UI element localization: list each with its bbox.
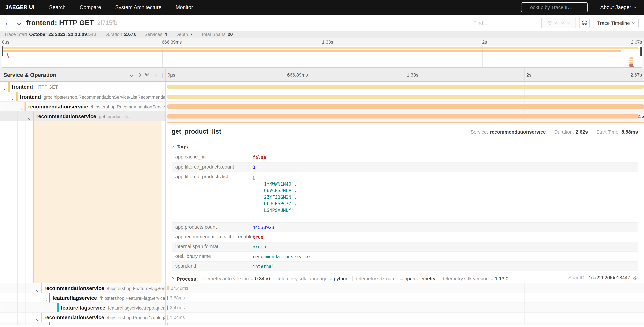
focus-target-icon[interactable] <box>547 20 552 25</box>
column-resizer[interactable] <box>162 73 164 78</box>
span-row-get-product-list[interactable]: recommendationserviceget_product_list 2.… <box>0 111 644 121</box>
chevron-right-icon <box>171 277 174 280</box>
trace-header-actions: × ⌘ Trace Timeline <box>470 18 640 28</box>
span-collapse-toggle[interactable] <box>12 95 14 102</box>
span-collapse-toggle[interactable] <box>4 85 6 91</box>
minimap-ticks: 0μs 666.89ms 1.33s 2s 2.67s <box>0 38 644 46</box>
chevron-down-icon <box>171 145 174 148</box>
trace-header: ← frontend: HTTP GET 2f715fb × ⌘ Trace T… <box>0 15 644 31</box>
trace-summary-bar: Trace Start October 22 2022, 22:10:09.54… <box>0 31 644 38</box>
jaeger-trace-page: JAEGER UI Search Compare System Architec… <box>0 0 644 327</box>
span-detail-panel: get_product_list Service:recommendations… <box>166 121 644 283</box>
trace-title: frontend: HTTP GET <box>26 19 94 27</box>
chevron-down-icon <box>634 6 636 8</box>
span-collapse-toggle[interactable] <box>28 115 31 121</box>
trace-id-lookup-input[interactable] <box>527 4 591 10</box>
link-icon[interactable] <box>633 275 638 280</box>
span-row-recommendation-productcatalog[interactable]: recommendationservice/hipstershop.Produc… <box>0 312 644 322</box>
trace-collapse-toggle[interactable] <box>18 20 21 26</box>
trace-total-spans: Total Spans 20 <box>201 32 233 37</box>
tag-row: app.products.count 44530923 <box>172 222 638 232</box>
minimap-span-teal <box>7 53 8 56</box>
tag-row: internal.span.format proto <box>172 242 638 251</box>
process-section-toggle[interactable]: Process: telemetry.auto.version=0.34b0 t… <box>172 276 638 282</box>
trace-depth: Depth 7 <box>176 32 192 37</box>
tag-row: span.kind internal <box>172 261 638 271</box>
trace-duration: Duration 2.67s <box>104 32 136 37</box>
tag-row: app.filtered_products.count 8 <box>172 162 638 172</box>
detail-span-bar <box>167 122 644 123</box>
expand-one-icon[interactable] <box>138 73 141 77</box>
nav-item-search[interactable]: Search <box>49 4 66 10</box>
tag-row: otel.library.name recommendationservice <box>172 251 638 261</box>
span-bar[interactable] <box>167 104 644 109</box>
find-clear-icon[interactable]: × <box>567 20 570 25</box>
about-jaeger-menu[interactable]: About Jaeger <box>600 4 636 10</box>
nav-item-monitor[interactable]: Monitor <box>176 4 193 10</box>
detail-span-title: get_product_list <box>172 128 221 135</box>
collapse-all-icon[interactable] <box>146 74 148 76</box>
nav-item-compare[interactable]: Compare <box>80 4 101 10</box>
timeline-ticks-header: 0μs 666.89ms 1.33s 2s 2.67s <box>166 68 644 81</box>
trace-minimap[interactable]: 0μs 666.89ms 1.33s 2s 2.67s <box>0 38 644 68</box>
top-nav: JAEGER UI Search Compare System Architec… <box>0 0 644 15</box>
span-row-featureflag-grpc[interactable]: featureflagservice/hipstershop.FeatureFl… <box>0 293 644 302</box>
span-collapse-toggle[interactable] <box>45 296 47 302</box>
span-collapse-toggle[interactable] <box>20 105 23 111</box>
collapse-one-icon[interactable] <box>130 73 134 77</box>
timeline-column-header: Service & Operation 0μs 666.89ms 1.33s 2… <box>0 68 644 82</box>
find-input[interactable] <box>470 18 542 28</box>
span-bar-selected[interactable] <box>167 114 639 118</box>
span-collapse-toggle[interactable] <box>36 316 39 322</box>
nav-item-system-architecture[interactable]: System Architecture <box>115 4 162 10</box>
span-row-frontend-grpc[interactable]: frontendgrpc.hipstershop.RecommendationS… <box>0 92 644 102</box>
about-jaeger-label: About Jaeger <box>600 4 631 10</box>
process-field: telemetry.auto.version=0.34b0 <box>201 276 270 281</box>
keyboard-shortcuts-button[interactable]: ⌘ <box>579 18 590 28</box>
service-operation-title: Service & Operation <box>3 72 56 78</box>
find-prev-icon[interactable] <box>555 22 558 25</box>
minimap-span-frontend <box>3 47 639 49</box>
span-bar[interactable] <box>167 84 644 89</box>
span-row-featureflag-repo-query[interactable]: featureflagservicefeatureflagservice.rep… <box>0 302 644 312</box>
trace-view-selector[interactable]: Trace Timeline <box>593 18 639 28</box>
find-addon: × <box>542 18 576 28</box>
minimap-span-brown <box>8 56 10 58</box>
trace-start: Trace Start October 22 2022, 22:10:09.54… <box>4 32 96 37</box>
minimap-canvas[interactable] <box>2 46 642 68</box>
trace-view-selector-label: Trace Timeline <box>597 20 630 26</box>
tag-row: app.cache_hit false <box>172 152 638 162</box>
process-field: telemetry.sdk.version=1.13.0 <box>443 276 508 281</box>
span-row-recommendation-featureflag[interactable]: recommendationservice/hipstershop.Featur… <box>0 283 644 293</box>
span-bar[interactable] <box>167 315 168 320</box>
service-operation-header: Service & Operation <box>0 68 166 81</box>
tag-row: app.filtered_products.list [ "1YMWWN1N4O… <box>172 172 638 222</box>
expand-all-icon[interactable] <box>154 74 157 76</box>
trace-id: 2f715fb <box>97 19 117 26</box>
brand-jaeger-ui[interactable]: JAEGER UI <box>5 4 34 10</box>
tags-section-toggle[interactable]: Tags <box>172 144 638 150</box>
find-next-icon[interactable] <box>561 21 564 24</box>
trace-services: Services 4 <box>144 32 167 37</box>
minimap-scrubber-right[interactable] <box>640 47 642 56</box>
span-row-recommendation-grpc[interactable]: recommendationservice/hipstershop.Recomm… <box>0 102 644 111</box>
minimap-scrubber-left[interactable] <box>2 46 3 56</box>
span-collapse-toggle[interactable] <box>36 287 39 293</box>
back-button[interactable]: ← <box>4 19 14 27</box>
process-field: telemetry.sdk.name=opentelemetry <box>356 276 435 281</box>
tags-table: app.cache_hit false app.filtered_product… <box>172 152 638 271</box>
minimap-span-frontend-grpc <box>3 50 621 52</box>
span-bar[interactable] <box>167 296 168 300</box>
span-detail-block: get_product_list Service:recommendations… <box>0 121 644 283</box>
span-row-partial[interactable] <box>0 322 644 325</box>
span-bar[interactable] <box>167 286 169 290</box>
span-bar[interactable] <box>167 306 168 310</box>
chevron-down-icon <box>632 21 635 24</box>
span-row-frontend-http-get[interactable]: frontendHTTP GET <box>0 82 644 92</box>
detail-span-meta: Service:recommendationservice Duration:2… <box>470 129 638 135</box>
find-group: × <box>470 18 576 28</box>
trace-id-lookup[interactable] <box>521 2 588 12</box>
span-bar <box>167 323 168 325</box>
span-bar[interactable] <box>167 95 644 99</box>
tag-row: app.recommendation.cache_enabled true <box>172 232 638 242</box>
